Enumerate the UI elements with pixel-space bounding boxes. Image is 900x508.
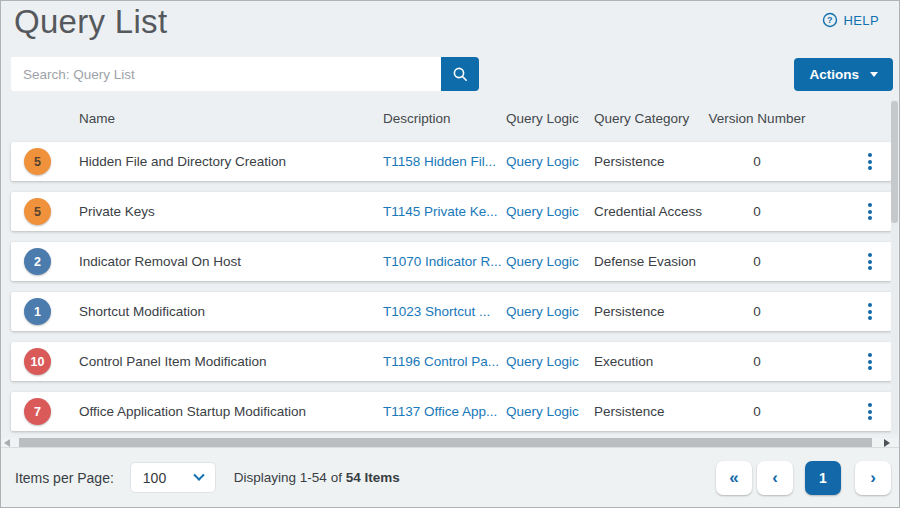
items-per-page-label: Items per Page: [15, 470, 114, 486]
version-number: 0 [708, 404, 806, 419]
version-number: 0 [708, 354, 806, 369]
query-logic-link[interactable]: Query Logic [506, 254, 579, 269]
kebab-icon [868, 253, 872, 257]
query-category: Execution [594, 354, 708, 369]
count-badge: 5 [24, 148, 51, 175]
pagination-footer: Items per Page: 100 Displaying 1-54 of 5… [1, 447, 899, 507]
count-badge: 2 [24, 248, 51, 275]
description-link[interactable]: T1070 Indicator R... [383, 254, 502, 269]
query-logic-link[interactable]: Query Logic [506, 304, 579, 319]
row-menu-button[interactable] [860, 197, 880, 227]
kebab-icon [868, 353, 872, 357]
description-link[interactable]: T1137 Office App... [383, 404, 497, 419]
table-row: 2 Indicator Removal On Host T1070 Indica… [11, 242, 892, 281]
query-category: Defense Evasion [594, 254, 708, 269]
current-page-button[interactable]: 1 [805, 461, 841, 495]
kebab-icon [868, 203, 872, 207]
query-name: Shortcut Modification [79, 304, 383, 319]
first-page-button[interactable]: « [716, 461, 752, 495]
count-badge: 7 [24, 398, 51, 425]
kebab-icon [868, 403, 872, 407]
table-row: 7 Office Application Startup Modificatio… [11, 392, 892, 431]
displaying-status: Displaying 1-54 of 54 Items [234, 470, 400, 485]
page-title: Query List [14, 3, 167, 41]
count-badge: 5 [24, 198, 51, 225]
query-logic-link[interactable]: Query Logic [506, 354, 579, 369]
table-body: 5 Hidden File and Directory Creation T11… [11, 142, 892, 442]
column-header-description: Description [383, 111, 506, 126]
items-per-page-value: 100 [143, 470, 166, 486]
search-input[interactable] [11, 57, 441, 91]
version-number: 0 [708, 154, 806, 169]
description-link[interactable]: T1196 Control Pa... [383, 354, 499, 369]
version-number: 0 [708, 304, 806, 319]
query-category: Credential Access [594, 204, 708, 219]
circle-question-icon: ? [822, 12, 838, 28]
displaying-total: 54 Items [346, 470, 400, 485]
row-menu-button[interactable] [860, 297, 880, 327]
count-badge: 10 [24, 348, 51, 375]
displaying-prefix: Displaying 1-54 of [234, 470, 346, 485]
actions-button-label: Actions [809, 67, 859, 82]
actions-button[interactable]: Actions [794, 58, 893, 91]
column-header-version-number: Version Number [708, 111, 806, 126]
table-row: 5 Private Keys T1145 Private Ke... Query… [11, 192, 892, 231]
query-name: Private Keys [79, 204, 383, 219]
query-logic-link[interactable]: Query Logic [506, 204, 579, 219]
query-list-page: Query List ? HELP Actions Name Descripti… [0, 0, 900, 508]
query-logic-link[interactable]: Query Logic [506, 154, 579, 169]
vertical-scrollbar-thumb[interactable] [891, 101, 898, 223]
row-menu-button[interactable] [860, 347, 880, 377]
chevron-down-icon [870, 72, 878, 77]
magnifier-icon [452, 66, 469, 83]
query-name: Control Panel Item Modification [79, 354, 383, 369]
query-category: Persistence [594, 304, 708, 319]
query-name: Office Application Startup Modification [79, 404, 383, 419]
column-header-query-category: Query Category [594, 111, 708, 126]
table-row: 5 Hidden File and Directory Creation T11… [11, 142, 892, 181]
description-link[interactable]: T1023 Shortcut ... [383, 304, 490, 319]
scroll-left-arrow-icon[interactable] [4, 439, 10, 447]
svg-text:?: ? [827, 15, 833, 25]
search-button[interactable] [441, 57, 479, 91]
version-number: 0 [708, 204, 806, 219]
vertical-scrollbar[interactable] [891, 100, 898, 434]
query-category: Persistence [594, 154, 708, 169]
chevron-down-icon [193, 469, 204, 480]
count-badge: 1 [24, 298, 51, 325]
pager: « ‹ 1 › [716, 461, 891, 495]
table-row: 10 Control Panel Item Modification T1196… [11, 342, 892, 381]
kebab-icon [868, 153, 872, 157]
help-label: HELP [843, 13, 879, 28]
version-number: 0 [708, 254, 806, 269]
query-logic-link[interactable]: Query Logic [506, 404, 579, 419]
row-menu-button[interactable] [860, 147, 880, 177]
previous-page-button[interactable]: ‹ [757, 461, 793, 495]
row-menu-button[interactable] [860, 247, 880, 277]
query-name: Hidden File and Directory Creation [79, 154, 383, 169]
kebab-icon [868, 303, 872, 307]
query-name: Indicator Removal On Host [79, 254, 383, 269]
description-link[interactable]: T1145 Private Ke... [383, 204, 498, 219]
column-header-query-logic: Query Logic [506, 111, 594, 126]
table-row: 1 Shortcut Modification T1023 Shortcut .… [11, 292, 892, 331]
query-category: Persistence [594, 404, 708, 419]
description-link[interactable]: T1158 Hidden Fil... [383, 154, 496, 169]
table-header: Name Description Query Logic Query Categ… [11, 101, 892, 135]
row-menu-button[interactable] [860, 397, 880, 427]
next-page-button[interactable]: › [855, 461, 891, 495]
column-header-name: Name [79, 111, 383, 126]
items-per-page-select[interactable]: 100 [130, 462, 216, 493]
scroll-right-arrow-icon[interactable] [884, 439, 890, 447]
help-link[interactable]: ? HELP [822, 12, 879, 28]
